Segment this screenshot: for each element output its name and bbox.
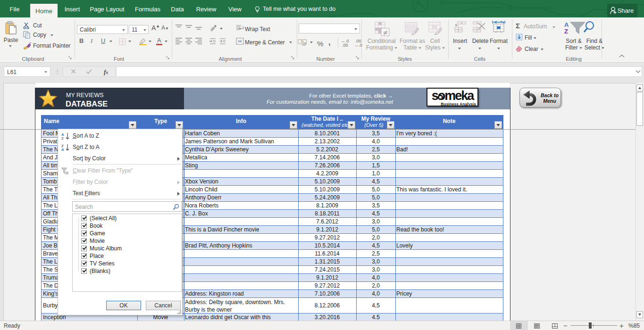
svg-text:Z: Z (564, 28, 568, 35)
svg-text:A: A (564, 21, 569, 28)
svg-text:A: A (61, 148, 64, 151)
svg-text:Z: Z (61, 136, 64, 140)
